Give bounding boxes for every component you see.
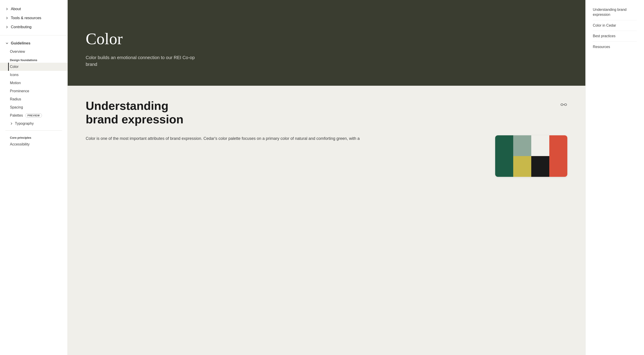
hero-title: Color: [86, 30, 567, 48]
sidebar-item-motion-label: Motion: [10, 81, 21, 85]
sidebar-item-motion[interactable]: Motion: [0, 79, 68, 87]
chevron-right-icon-3: [6, 26, 8, 29]
sidebar-item-spacing[interactable]: Spacing: [0, 103, 68, 112]
svg-rect-0: [561, 104, 563, 106]
sidebar-item-overview[interactable]: Overview: [0, 48, 68, 56]
sidebar-top-section: About Tools & resources Contributing: [0, 4, 68, 36]
sidebar-item-radius-label: Radius: [10, 97, 21, 101]
color-swatch-warm-white: [531, 135, 549, 156]
color-swatch-sage: [513, 135, 531, 156]
sidebar-item-color[interactable]: Color: [0, 63, 68, 71]
sidebar-item-accessibility[interactable]: Accessibility: [0, 140, 68, 148]
sidebar-item-overview-label: Overview: [10, 50, 25, 54]
color-swatch-olive-yellow: [513, 156, 531, 177]
sidebar-item-icons[interactable]: Icons: [0, 71, 68, 79]
content-section: Understanding brand expression Color is …: [68, 86, 585, 190]
sidebar-item-typography-label: Typography: [15, 122, 34, 126]
section-title: Understanding brand expression: [86, 99, 203, 126]
sidebar-item-radius[interactable]: Radius: [0, 95, 68, 103]
svg-rect-1: [564, 104, 567, 106]
hero-section: Color Color builds an emotional connecti…: [68, 0, 585, 86]
sidebar: About Tools & resources Contributing Gui…: [0, 0, 68, 355]
sidebar-item-spacing-label: Spacing: [10, 105, 23, 110]
toc-item-resources[interactable]: Resources: [593, 42, 637, 52]
color-swatch-red-orange-2: [549, 156, 567, 177]
sidebar-item-tools-label: Tools & resources: [11, 16, 41, 20]
sidebar-divider: [6, 130, 62, 130]
color-palette-row-1: [495, 135, 567, 156]
content-text: Color is one of the most important attri…: [86, 135, 482, 142]
chevron-down-icon: [6, 42, 8, 45]
toc-item-color-in-cedar[interactable]: Color in Cedar: [593, 20, 637, 31]
color-palette-card: [495, 135, 567, 177]
sidebar-item-typography[interactable]: Typography: [0, 120, 68, 128]
guidelines-label: Guidelines: [11, 41, 30, 46]
color-swatch-forest-green-2: [495, 156, 513, 177]
sidebar-item-prominence[interactable]: Prominence: [0, 87, 68, 95]
sidebar-section-design-foundations: Design foundations: [0, 56, 68, 63]
right-toc: Understanding brand expression Color in …: [585, 0, 644, 355]
sidebar-item-accessibility-label: Accessibility: [10, 142, 30, 146]
chevron-right-icon-2: [6, 16, 8, 20]
color-swatch-red-orange: [549, 135, 567, 156]
link-icon[interactable]: [560, 101, 567, 108]
sidebar-item-tools[interactable]: Tools & resources: [0, 14, 68, 22]
sidebar-item-icons-label: Icons: [10, 73, 18, 77]
sidebar-item-about[interactable]: About: [0, 4, 68, 14]
chevron-right-icon: [6, 8, 8, 10]
sidebar-item-contributing[interactable]: Contributing: [0, 22, 68, 32]
content-body: Color is one of the most important attri…: [86, 135, 567, 177]
section-header-row: Understanding brand expression: [86, 99, 567, 126]
color-swatch-forest-green: [495, 135, 513, 156]
toc-item-understanding[interactable]: Understanding brand expression: [593, 7, 637, 20]
sidebar-item-contributing-label: Contributing: [11, 25, 32, 29]
sidebar-item-guidelines[interactable]: Guidelines: [0, 39, 68, 48]
hero-subtitle: Color builds an emotional connection to …: [86, 54, 203, 68]
sidebar-item-palettes-label: Palettes: [10, 114, 23, 118]
preview-badge: PREVIEW: [25, 114, 42, 118]
color-palette-row-2: [495, 156, 567, 177]
sidebar-item-color-label: Color: [10, 65, 18, 69]
chain-icon: [560, 102, 567, 107]
sidebar-section-core-principles: Core principles: [0, 133, 68, 140]
sidebar-item-palettes[interactable]: Palettes PREVIEW: [0, 112, 68, 120]
main-content: Color Color builds an emotional connecti…: [68, 0, 585, 355]
chevron-right-icon-typo: [10, 122, 13, 125]
toc-item-best-practices[interactable]: Best practices: [593, 31, 637, 42]
sidebar-item-about-label: About: [11, 7, 21, 11]
color-swatch-black: [531, 156, 549, 177]
sidebar-item-prominence-label: Prominence: [10, 89, 29, 93]
